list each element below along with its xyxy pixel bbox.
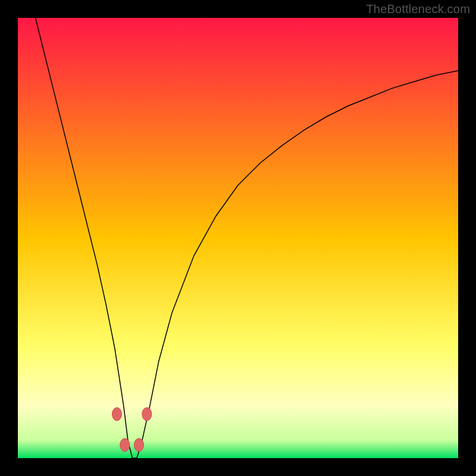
chart-frame: TheBottleneck.com (0, 0, 476, 476)
curve-marker (142, 408, 152, 421)
curve-marker (112, 408, 122, 421)
curve-marker (134, 439, 144, 452)
gradient-background (18, 18, 458, 458)
plot-area (18, 18, 458, 458)
curve-marker (120, 439, 130, 452)
plot-svg (18, 18, 458, 458)
watermark-text: TheBottleneck.com (366, 2, 470, 16)
